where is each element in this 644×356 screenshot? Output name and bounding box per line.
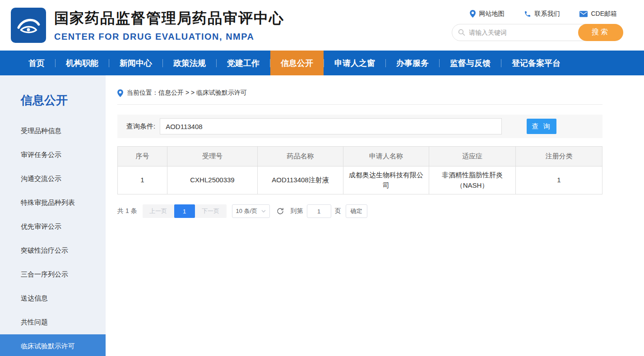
sidebar-item-special-approval[interactable]: 特殊审批品种列表 (0, 191, 106, 215)
contact-link[interactable]: 联系我们 (524, 10, 560, 18)
chevron-down-icon (261, 210, 266, 213)
sidebar-item-priority-review[interactable]: 优先审评公示 (0, 215, 106, 239)
col-header-acceptance-no: 受理号 (167, 147, 258, 166)
search-box: 搜索 (452, 24, 623, 41)
sidebar-item-review-tasks[interactable]: 审评任务公示 (0, 143, 106, 167)
mail-icon (579, 11, 588, 17)
page-number-button[interactable]: 1 (174, 204, 195, 218)
cell-index: 1 (118, 166, 167, 194)
refresh-icon[interactable] (276, 207, 284, 215)
sidebar-item-breakthrough-therapy[interactable]: 突破性治疗公示 (0, 239, 106, 263)
main-area: 当前位置：信息公开 > > 临床试验默示许可 查询条件: 查 询 序号 受理号 … (106, 75, 644, 356)
quick-links: 网站地图 联系我们 CDE邮箱 (470, 10, 623, 18)
prev-page-button[interactable]: 上一页 (143, 204, 174, 218)
breadcrumb-text: 当前位置：信息公开 > > 临床试验默示许可 (127, 89, 247, 97)
search-icon (458, 29, 465, 36)
location-pin-icon (117, 89, 123, 97)
table-header-row: 序号 受理号 药品名称 申请人名称 适应症 注册分类 (118, 147, 602, 166)
nav-item-registration-platform[interactable]: 登记备案平台 (501, 51, 571, 75)
sidebar: 信息公开 受理品种信息 审评任务公示 沟通交流公示 特殊审批品种列表 优先审评公… (0, 75, 106, 356)
sidebar-item-communication[interactable]: 沟通交流公示 (0, 167, 106, 191)
results-table: 序号 受理号 药品名称 申请人名称 适应症 注册分类 1 CXHL2500339… (117, 146, 602, 194)
contact-link-label: 联系我们 (534, 10, 560, 18)
site-title: 国家药品监督管理局药品审评中心 (54, 9, 284, 28)
pagination-total: 共 1 条 (117, 207, 137, 215)
cell-applicant: 成都奥达生物科技有限公司 (343, 166, 429, 194)
table-row: 1 CXHL2500339 AOD113408注射液 成都奥达生物科技有限公司 … (118, 166, 602, 194)
nav-item-info-disclosure[interactable]: 信息公开 (270, 51, 324, 75)
sidebar-item-common-issues[interactable]: 共性问题 (0, 310, 106, 334)
cell-drug-name: AOD113408注射液 (258, 166, 343, 194)
sitemap-link-label: 网站地图 (479, 10, 504, 18)
col-header-applicant: 申请人名称 (343, 147, 429, 166)
site-header: 国家药品监督管理局药品审评中心 CENTER FOR DRUG EVALUATI… (0, 0, 644, 51)
nav-item-services[interactable]: 办事服务 (386, 51, 439, 75)
query-button[interactable]: 查 询 (527, 119, 556, 134)
header-right: 网站地图 联系我们 CDE邮箱 搜索 (452, 10, 623, 41)
query-input[interactable] (160, 118, 502, 134)
mailbox-link[interactable]: CDE邮箱 (579, 10, 617, 18)
query-bar: 查询条件: 查 询 (117, 115, 602, 138)
nav-item-functions[interactable]: 机构职能 (56, 51, 109, 75)
nav-item-news[interactable]: 新闻中心 (109, 51, 162, 75)
page: 国家药品监督管理局药品审评中心 CENTER FOR DRUG EVALUATI… (0, 0, 644, 356)
nav-item-applicant-window[interactable]: 申请人之窗 (324, 51, 385, 75)
sidebar-item-three-in-one[interactable]: 三合一序列公示 (0, 263, 106, 287)
breadcrumb: 当前位置：信息公开 > > 临床试验默示许可 (117, 89, 602, 105)
nav-item-supervision[interactable]: 监督与反馈 (440, 51, 501, 75)
page-size-value: 10 条/页 (236, 207, 258, 215)
nav-item-party[interactable]: 党建工作 (217, 51, 270, 75)
content: 信息公开 受理品种信息 审评任务公示 沟通交流公示 特殊审批品种列表 优先审评公… (0, 75, 644, 356)
confirm-button[interactable]: 确定 (346, 204, 367, 218)
title-block: 国家药品监督管理局药品审评中心 CENTER FOR DRUG EVALUATI… (54, 9, 284, 42)
site-subtitle: CENTER FOR DRUG EVALUATION, NMPA (54, 32, 284, 42)
pagination: 共 1 条 上一页 1 下一页 10 条/页 到第 页 确定 (117, 204, 602, 218)
next-page-button[interactable]: 下一页 (195, 204, 227, 218)
location-pin-icon (470, 10, 476, 18)
col-header-drug-name: 药品名称 (258, 147, 343, 166)
sidebar-item-delivery-info[interactable]: 送达信息 (0, 287, 106, 310)
cde-logo-icon (16, 13, 41, 38)
cde-logo (11, 8, 46, 43)
sidebar-item-accepted-varieties[interactable]: 受理品种信息 (0, 119, 106, 143)
page-size-select[interactable]: 10 条/页 (232, 204, 270, 218)
sidebar-item-clinical-trial-implied-license[interactable]: 临床试验默示许可 (0, 334, 106, 356)
sitemap-link[interactable]: 网站地图 (470, 10, 504, 18)
search-button[interactable]: 搜索 (578, 24, 623, 41)
mailbox-link-label: CDE邮箱 (591, 10, 617, 18)
sidebar-title: 信息公开 (0, 89, 106, 119)
main-nav: 首页 机构职能 新闻中心 政策法规 党建工作 信息公开 申请人之窗 办事服务 监… (0, 51, 644, 75)
phone-icon (524, 10, 531, 18)
goto-page-input[interactable] (307, 204, 331, 218)
cell-indication: 非酒精性脂肪性肝炎（NASH） (429, 166, 516, 194)
col-header-index: 序号 (118, 147, 167, 166)
nav-item-policy[interactable]: 政策法规 (163, 51, 216, 75)
goto-page-label: 到第 (291, 207, 303, 215)
query-label: 查询条件: (126, 122, 155, 131)
goto-page-suffix: 页 (335, 207, 341, 215)
col-header-indication: 适应症 (429, 147, 516, 166)
col-header-registration-class: 注册分类 (516, 147, 602, 166)
cell-acceptance-no: CXHL2500339 (167, 166, 258, 194)
cell-registration-class: 1 (516, 166, 602, 194)
nav-item-home[interactable]: 首页 (18, 51, 55, 75)
